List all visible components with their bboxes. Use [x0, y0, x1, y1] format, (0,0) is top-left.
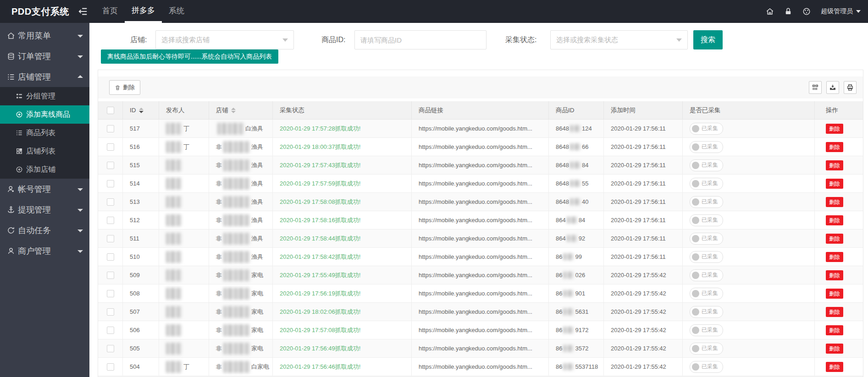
row-delete-button[interactable]: 删除 — [826, 344, 843, 354]
table-header-row: ID 发布人 店铺 采集状态 商品链接 商品ID 添加时间 是否已采集 操作 — [98, 101, 863, 120]
table-body: 517 丁 白渔具 2020-01-29 17:57:28抓取成功! https… — [98, 120, 863, 377]
sidebar-item-label: 商户管理 — [18, 246, 51, 257]
collected-toggle[interactable]: 已采集 — [690, 233, 723, 245]
user-name: 超级管理员 — [821, 7, 853, 16]
sidebar-item[interactable]: 商户管理 — [0, 240, 89, 261]
collected-toggle[interactable]: 已采集 — [690, 141, 723, 153]
cell-id: 511 — [123, 229, 159, 247]
row-delete-button[interactable]: 删除 — [826, 197, 843, 207]
row-checkbox[interactable] — [107, 235, 114, 242]
toggle-knob — [692, 180, 699, 187]
collected-toggle[interactable]: 已采集 — [690, 123, 723, 135]
print-button[interactable] — [844, 81, 857, 94]
collected-toggle[interactable]: 已采集 — [690, 324, 723, 336]
row-delete-button[interactable]: 删除 — [826, 307, 843, 317]
cell-id: 508 — [123, 284, 159, 302]
row-delete-button[interactable]: 删除 — [826, 325, 843, 335]
columns-filter-button[interactable] — [809, 81, 822, 94]
column-header-added-time: 添加时间 — [604, 101, 683, 119]
cell-id: 510 — [123, 248, 159, 266]
sort-icon[interactable] — [231, 108, 236, 113]
cell-publisher: 丁 — [159, 358, 209, 376]
delete-button[interactable]: 删除 — [109, 80, 140, 95]
row-checkbox[interactable] — [107, 345, 114, 352]
row-checkbox[interactable] — [107, 180, 114, 187]
cell-collected: 已采集 — [683, 229, 815, 247]
row-checkbox[interactable] — [107, 198, 114, 206]
table-row: 511 非 渔具 2020-01-29 17:58:44抓取成功! https:… — [98, 229, 863, 248]
sidebar-item[interactable]: 订单管理 — [0, 46, 89, 66]
collected-toggle[interactable]: 已采集 — [690, 178, 723, 190]
plus-circle-icon — [16, 166, 23, 173]
menu-toggle-icon[interactable] — [78, 6, 88, 16]
row-checkbox[interactable] — [107, 363, 114, 371]
shop-select[interactable]: 选择或搜索店铺 — [155, 30, 294, 49]
row-delete-button[interactable]: 删除 — [826, 234, 843, 244]
sidebar-item[interactable]: 店铺管理 — [0, 66, 89, 87]
select-all-checkbox[interactable] — [107, 107, 114, 114]
sidebar-item[interactable]: 自动任务 — [0, 220, 89, 240]
row-checkbox[interactable] — [107, 327, 114, 334]
collected-toggle[interactable]: 已采集 — [690, 361, 723, 373]
collected-toggle[interactable]: 已采集 — [690, 214, 723, 226]
table-row: 510 非 渔具 2020-01-29 17:58:42抓取成功! https:… — [98, 248, 863, 266]
sidebar-item[interactable]: 帐号管理 — [0, 179, 89, 199]
sidebar-item[interactable]: 常用菜单 — [0, 25, 89, 46]
sidebar-subitem[interactable]: 店铺列表 — [0, 142, 89, 160]
sidebar-subitem[interactable]: 商品列表 — [0, 124, 89, 142]
row-checkbox[interactable] — [107, 143, 114, 151]
row-delete-button[interactable]: 删除 — [826, 160, 843, 170]
row-delete-button[interactable]: 删除 — [826, 252, 843, 262]
row-delete-button[interactable]: 删除 — [826, 289, 843, 299]
sidebar-subitem[interactable]: 添加店铺 — [0, 160, 89, 179]
row-delete-button[interactable]: 删除 — [826, 362, 843, 372]
row-checkbox[interactable] — [107, 272, 114, 279]
sidebar-subitem[interactable]: 分组管理 — [0, 87, 89, 105]
cell-publisher — [159, 211, 209, 229]
redacted-goods-id — [567, 217, 578, 224]
row-checkbox[interactable] — [107, 253, 114, 261]
row-checkbox[interactable] — [107, 290, 114, 297]
table-toolbar: 删除 — [98, 76, 863, 98]
top-nav-item[interactable]: 拼多多 — [125, 0, 162, 23]
collected-toggle[interactable]: 已采集 — [690, 159, 723, 171]
row-checkbox[interactable] — [107, 162, 114, 169]
top-nav-item[interactable]: 系统 — [162, 0, 191, 23]
row-checkbox[interactable] — [107, 217, 114, 224]
row-delete-button[interactable]: 删除 — [826, 270, 843, 280]
redacted-shop — [223, 196, 250, 208]
collected-toggle[interactable]: 已采集 — [690, 288, 723, 300]
sidebar-subitem[interactable]: 添加离线商品 — [0, 105, 89, 124]
collected-toggle[interactable]: 已采集 — [690, 269, 723, 281]
row-delete-button[interactable]: 删除 — [826, 124, 843, 134]
sidebar-item[interactable]: 提现管理 — [0, 199, 89, 220]
goods-id-input[interactable] — [354, 30, 487, 49]
cell-shop: 非 渔具 — [209, 193, 273, 211]
search-button[interactable]: 搜索 — [693, 30, 723, 49]
redacted-shop — [223, 251, 250, 263]
row-delete-button[interactable]: 删除 — [826, 142, 843, 152]
lock-icon[interactable] — [784, 7, 792, 16]
collected-toggle[interactable]: 已采集 — [690, 306, 723, 318]
toggle-knob — [692, 308, 699, 316]
row-checkbox[interactable] — [107, 308, 114, 316]
collected-toggle[interactable]: 已采集 — [690, 343, 723, 355]
collected-toggle[interactable]: 已采集 — [690, 196, 723, 208]
sidebar-item-label: 自动任务 — [18, 225, 51, 236]
row-delete-button[interactable]: 删除 — [826, 215, 843, 225]
home-icon[interactable] — [766, 7, 774, 16]
sort-icon[interactable] — [139, 108, 144, 113]
user-menu[interactable]: 超级管理员 — [821, 7, 861, 16]
export-button[interactable] — [826, 81, 839, 94]
redacted-shop — [223, 306, 250, 318]
collected-toggle[interactable]: 已采集 — [690, 251, 723, 263]
toggle-knob — [692, 363, 699, 371]
redacted-shop — [223, 361, 250, 373]
top-nav-item[interactable]: 首页 — [95, 0, 125, 23]
cell-actions: 删除 — [815, 138, 863, 156]
theme-palette-icon[interactable] — [802, 7, 811, 16]
status-select[interactable]: 选择或搜索采集状态 — [550, 30, 688, 49]
top-nav-item-label: 拼多多 — [132, 6, 155, 15]
row-delete-button[interactable]: 删除 — [826, 179, 843, 189]
row-checkbox[interactable] — [107, 125, 114, 132]
